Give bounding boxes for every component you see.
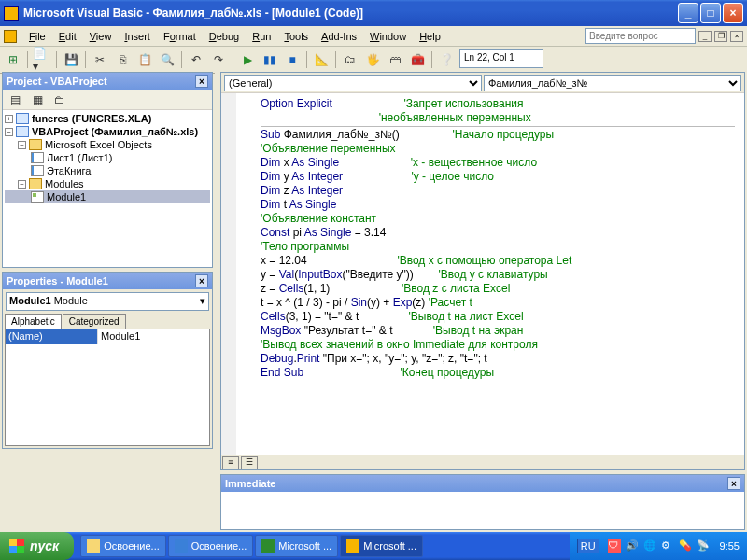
copy-button[interactable]: ⎘ xyxy=(112,49,133,70)
language-indicator[interactable]: RU xyxy=(577,539,599,553)
tree-modules[interactable]: Modules xyxy=(45,178,84,189)
window-title: Microsoft Visual Basic - Фамилия_лаб№.xl… xyxy=(23,7,363,20)
view-code-button[interactable]: ▤ xyxy=(5,90,25,110)
insert-dropdown[interactable]: 📄▾ xyxy=(32,49,52,70)
menu-view[interactable]: View xyxy=(83,29,119,44)
design-mode-button[interactable]: 📐 xyxy=(311,49,331,70)
project-explorer-title-text: Project - VBAProject xyxy=(7,76,107,87)
window-titlebar: Microsoft Visual Basic - Фамилия_лаб№.xl… xyxy=(0,0,747,26)
menu-run[interactable]: Run xyxy=(246,29,277,44)
reset-button[interactable]: ■ xyxy=(282,49,303,70)
tray-icon[interactable]: 🌐 xyxy=(643,539,656,553)
toggle-folders-button[interactable]: 🗀 xyxy=(49,90,70,110)
taskbar-button-2[interactable]: Освоение... xyxy=(168,535,254,557)
start-button[interactable]: пуск xyxy=(0,532,74,560)
taskbar: пуск Освоение... Освоение... Microsoft .… xyxy=(0,532,747,560)
cut-button[interactable]: ✂ xyxy=(90,49,110,70)
tree-vbaproject[interactable]: VBAProject (Фамилия_лаб№.xls) xyxy=(32,126,198,137)
undo-button[interactable]: ↶ xyxy=(186,49,206,70)
tray-icon[interactable]: 💊 xyxy=(679,539,692,553)
tab-alphabetic[interactable]: Alphabetic xyxy=(5,314,62,329)
menu-bar: File Edit View Insert Format Debug Run T… xyxy=(0,26,747,47)
properties-grid[interactable]: (Name) Module1 xyxy=(5,329,210,446)
tab-categorized[interactable]: Categorized xyxy=(63,314,126,329)
prop-val-name[interactable]: Module1 xyxy=(97,329,209,344)
full-module-view-button[interactable]: ☰ xyxy=(241,456,258,469)
procedure-view-button[interactable]: ≡ xyxy=(222,456,239,469)
mdi-minimize-button[interactable]: _ xyxy=(698,31,712,42)
cursor-position: Ln 22, Col 1 xyxy=(459,49,543,68)
properties-pane: Properties - Module1 × Module1 Module ▾ … xyxy=(2,272,213,449)
mdi-close-button[interactable]: × xyxy=(730,31,743,42)
project-tree[interactable]: +funcres (FUNCRES.XLA) −VBAProject (Фами… xyxy=(3,110,212,267)
project-explorer-pane: Project - VBAProject × ▤ ▦ 🗀 +funcres (F… xyxy=(2,72,213,268)
object-combo[interactable]: (General) xyxy=(224,75,482,91)
taskbar-button-1[interactable]: Освоение... xyxy=(80,535,166,557)
taskbar-button-3[interactable]: Microsoft ... xyxy=(255,535,338,557)
menu-insert[interactable]: Insert xyxy=(118,29,157,44)
vb-icon xyxy=(4,30,17,43)
project-explorer-close-button[interactable]: × xyxy=(195,75,208,88)
prop-key-name: (Name) xyxy=(6,329,97,344)
run-button[interactable]: ▶ xyxy=(237,49,258,70)
tray-icon[interactable]: 🔊 xyxy=(626,539,639,553)
immediate-title: Immediate × xyxy=(221,475,744,492)
tray-icon[interactable]: 🛡 xyxy=(608,539,621,553)
menu-help[interactable]: Help xyxy=(413,29,447,44)
find-button[interactable]: 🔍 xyxy=(157,49,177,70)
menu-format[interactable]: Format xyxy=(157,29,203,44)
app-icon xyxy=(4,6,19,21)
window-minimize-button[interactable]: _ xyxy=(678,3,698,23)
immediate-close-button[interactable]: × xyxy=(727,477,740,490)
menu-tools[interactable]: Tools xyxy=(277,29,315,44)
immediate-window: Immediate × xyxy=(220,474,745,530)
menu-edit[interactable]: Edit xyxy=(52,29,83,44)
properties-title-text: Properties - Module1 xyxy=(7,275,108,287)
menu-window[interactable]: Window xyxy=(363,29,413,44)
windows-flag-icon xyxy=(9,539,24,553)
properties-close-button[interactable]: × xyxy=(195,274,208,287)
save-button[interactable]: 💾 xyxy=(61,49,81,70)
ask-question-input[interactable] xyxy=(585,28,696,44)
code-window: (General) Фамилия_лаб№_з№ Option Explici… xyxy=(220,72,745,470)
tray-icon[interactable]: 📡 xyxy=(697,539,710,553)
immediate-body[interactable] xyxy=(221,492,744,529)
help-button[interactable]: ❔ xyxy=(436,49,457,70)
tree-funcres[interactable]: funcres (FUNCRES.XLA) xyxy=(32,113,151,124)
menu-addins[interactable]: Add-Ins xyxy=(315,29,363,44)
project-toolbar: ▤ ▦ 🗀 xyxy=(3,90,212,110)
object-browser-button[interactable]: 🗃 xyxy=(385,49,405,70)
properties-title: Properties - Module1 × xyxy=(3,273,212,289)
view-excel-button[interactable]: ⊞ xyxy=(3,49,23,70)
redo-button[interactable]: ↷ xyxy=(208,49,229,70)
taskbar-button-4[interactable]: Microsoft ... xyxy=(340,535,423,557)
window-close-button[interactable]: × xyxy=(723,3,743,23)
menu-file[interactable]: File xyxy=(22,29,52,44)
tree-module1[interactable]: Module1 xyxy=(47,191,86,203)
view-object-button[interactable]: ▦ xyxy=(27,90,48,110)
tray-icon[interactable]: ⚙ xyxy=(661,539,674,553)
mdi-restore-button[interactable]: ❐ xyxy=(714,31,727,42)
break-button[interactable]: ▮▮ xyxy=(260,49,280,70)
code-editor[interactable]: Option Explicit 'Запрет использования 'н… xyxy=(221,93,744,455)
tree-sheet1[interactable]: Лист1 (Лист1) xyxy=(47,152,112,163)
toolbox-button[interactable]: 🧰 xyxy=(407,49,428,70)
properties-window-button[interactable]: 🖐 xyxy=(362,49,383,70)
menu-debug[interactable]: Debug xyxy=(203,29,246,44)
properties-object-combo[interactable]: Module1 Module ▾ xyxy=(6,292,209,311)
project-explorer-title: Project - VBAProject × xyxy=(3,73,212,90)
window-maximize-button[interactable]: □ xyxy=(700,3,721,23)
paste-button[interactable]: 📋 xyxy=(134,49,155,70)
project-explorer-button[interactable]: 🗂 xyxy=(340,49,360,70)
immediate-title-text: Immediate xyxy=(225,478,275,489)
tree-thisworkbook[interactable]: ЭтаКнига xyxy=(47,165,91,176)
clock[interactable]: 9:55 xyxy=(720,540,740,552)
procedure-combo[interactable]: Фамилия_лаб№_з№ xyxy=(484,75,741,91)
system-tray: RU 🛡 🔊 🌐 ⚙ 💊 📡 9:55 xyxy=(570,532,747,560)
start-label: пуск xyxy=(30,539,59,553)
tree-excel-objects[interactable]: Microsoft Excel Objects xyxy=(45,139,152,150)
